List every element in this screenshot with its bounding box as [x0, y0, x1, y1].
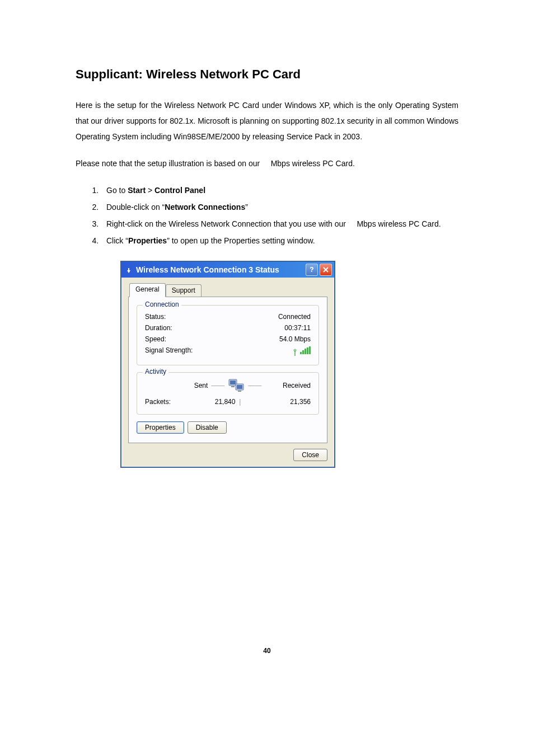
status-dialog: Wireless Network Connection 3 Status ? G… — [120, 261, 335, 468]
list-item-4: Click “Properties” to open up the Proper… — [101, 233, 458, 248]
li2-c: ” — [245, 203, 248, 212]
dialog-title: Wireless Network Connection 3 Status — [136, 265, 279, 274]
signal-label: Signal Strength: — [145, 346, 193, 356]
li1-b: Start — [128, 186, 146, 195]
paragraph-2: Please note that the setup illustration … — [76, 156, 458, 171]
disable-button[interactable]: Disable — [188, 421, 227, 434]
tab-panel-general: Connection Status: Connected Duration: 0… — [128, 297, 327, 443]
close-icon-button[interactable] — [320, 264, 332, 276]
signal-value — [292, 346, 311, 356]
svg-rect-10 — [231, 386, 235, 387]
li4-a: Click “ — [106, 236, 128, 245]
sent-value: 21,840 | — [190, 398, 266, 406]
list-item-2: Double-click on “Network Connections” — [101, 199, 458, 215]
dash-left: —— — [211, 382, 224, 389]
li4-b: Properties — [128, 236, 167, 245]
received-label: Received — [266, 382, 311, 389]
li3-a: Right-click on the Wireless Network Conn… — [106, 219, 348, 228]
paragraph-1: Here is the setup for the Wireless Netwo… — [76, 97, 458, 144]
wireless-icon — [125, 266, 133, 274]
activity-legend: Activity — [143, 368, 168, 375]
properties-button[interactable]: Properties — [137, 421, 184, 434]
help-button[interactable]: ? — [306, 264, 318, 276]
speed-value: 54.0 Mbps — [279, 335, 311, 343]
page-number: 40 — [76, 647, 458, 655]
connection-group: Connection Status: Connected Duration: 0… — [137, 305, 319, 365]
list-item-1: Go to Start > Control Panel — [101, 182, 458, 198]
page-heading: Supplicant: Wireless Network PC Card — [76, 67, 458, 82]
list-item-3: Right-click on the Wireless Network Conn… — [101, 216, 458, 232]
received-value: 21,356 — [266, 398, 311, 406]
connection-legend: Connection — [143, 300, 181, 308]
duration-label: Duration: — [145, 324, 172, 332]
dialog-titlebar[interactable]: Wireless Network Connection 3 Status ? — [121, 262, 334, 278]
activity-group: Activity Sent —— — [137, 372, 319, 415]
li4-c: ” to open up the Properties setting wind… — [167, 236, 315, 245]
tab-support[interactable]: Support — [166, 284, 202, 297]
packets-label: Packets: — [145, 398, 190, 406]
svg-rect-6 — [230, 381, 236, 384]
status-value: Connected — [278, 313, 311, 321]
network-computers-icon — [228, 378, 245, 393]
li1-a: Go to — [106, 186, 128, 195]
li3-b: Mbps wireless PC Card. — [357, 219, 441, 228]
li1-c: > — [146, 186, 154, 195]
signal-bars-icon — [300, 346, 311, 354]
paragraph-2b: Mbps wireless PC Card. — [271, 159, 355, 168]
paragraph-2a: Please note that the setup illustration … — [76, 159, 262, 168]
status-label: Status: — [145, 313, 166, 321]
tab-general[interactable]: General — [129, 283, 166, 297]
speed-label: Speed: — [145, 335, 166, 343]
svg-rect-8 — [237, 385, 242, 389]
instruction-list: Go to Start > Control Panel Double-click… — [76, 182, 458, 248]
svg-rect-9 — [238, 391, 241, 392]
close-button[interactable]: Close — [293, 449, 327, 461]
li2-b: Network Connections — [165, 203, 245, 212]
antenna-icon — [292, 348, 300, 356]
duration-value: 00:37:11 — [284, 324, 311, 332]
li1-d: Control Panel — [154, 186, 205, 195]
tab-strip: General Support — [128, 282, 327, 297]
li2-a: Double-click on “ — [106, 203, 165, 212]
svg-rect-0 — [128, 268, 129, 270]
dash-right: —— — [248, 382, 261, 389]
sent-label: Sent — [194, 382, 208, 389]
